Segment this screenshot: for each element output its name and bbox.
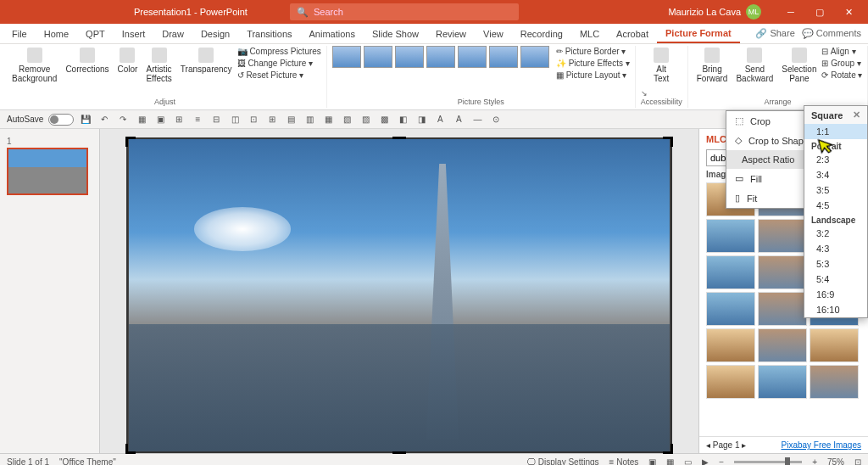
slide-count[interactable]: Slide 1 of 1 xyxy=(7,457,49,465)
aspect-4-5[interactable]: 4:5 xyxy=(804,198,867,213)
result-image[interactable] xyxy=(758,219,807,253)
slide-thumbnail-1[interactable] xyxy=(7,148,88,195)
slide-thumbnails-pane[interactable]: 1 xyxy=(0,129,100,453)
result-image[interactable] xyxy=(706,292,755,326)
qat-icon[interactable]: ◧ xyxy=(396,113,409,126)
align-button[interactable]: ⊟ Align ▾ xyxy=(821,46,862,57)
notes-button[interactable]: ≡ Notes xyxy=(609,457,639,465)
account-button[interactable]: Maurizio La Cava ML xyxy=(668,4,761,20)
send-backward-button[interactable]: Send Backward xyxy=(732,46,776,85)
aspect-16-10[interactable]: 16:10 xyxy=(804,302,867,317)
qat-icon[interactable]: ▦ xyxy=(135,113,148,126)
result-image[interactable] xyxy=(706,365,755,399)
save-icon[interactable]: 💾 xyxy=(79,113,92,126)
picture-styles-gallery[interactable] xyxy=(332,46,549,68)
qat-icon[interactable]: — xyxy=(470,113,484,126)
tab-mlc[interactable]: MLC xyxy=(571,25,608,42)
qat-icon[interactable]: ⊞ xyxy=(265,113,279,126)
picture-layout-button[interactable]: ▦ Picture Layout ▾ xyxy=(556,70,630,81)
result-image[interactable] xyxy=(810,328,859,362)
autosave-toggle[interactable] xyxy=(48,114,74,126)
tab-qpt[interactable]: QPT xyxy=(77,25,114,42)
tab-insert[interactable]: Insert xyxy=(114,25,154,42)
result-image[interactable] xyxy=(810,365,859,399)
color-button[interactable]: Color xyxy=(114,46,142,76)
result-image[interactable] xyxy=(706,219,755,253)
style-thumb[interactable] xyxy=(395,46,424,68)
qat-icon[interactable]: ≡ xyxy=(191,113,204,126)
maximize-button[interactable]: ▢ xyxy=(807,7,832,18)
tab-picture-format[interactable]: Picture Format xyxy=(657,25,740,43)
qat-icon[interactable]: ◫ xyxy=(228,113,242,126)
style-thumb[interactable] xyxy=(332,46,361,68)
minimize-button[interactable]: ─ xyxy=(778,7,804,18)
qat-icon[interactable]: ▨ xyxy=(359,113,372,126)
view-slideshow-icon[interactable]: ▶ xyxy=(702,457,709,465)
undo-icon[interactable]: ↶ xyxy=(97,113,111,126)
style-thumb[interactable] xyxy=(426,46,455,68)
tab-slideshow[interactable]: Slide Show xyxy=(364,25,427,42)
transparency-button[interactable]: Transparency xyxy=(177,46,236,76)
view-sorter-icon[interactable]: ▦ xyxy=(666,457,674,465)
slide-canvas-area[interactable] xyxy=(100,129,698,453)
group-button[interactable]: ⊞ Group ▾ xyxy=(821,58,862,69)
close-icon[interactable]: ✕ xyxy=(853,109,860,120)
artistic-effects-button[interactable]: Artistic Effects xyxy=(142,46,175,85)
redo-icon[interactable]: ↷ xyxy=(116,113,130,126)
aspect-3-5[interactable]: 3:5 xyxy=(804,182,867,198)
credit-link[interactable]: Pixabay Free Images xyxy=(782,440,862,450)
tab-design[interactable]: Design xyxy=(192,25,238,42)
style-thumb[interactable] xyxy=(364,46,392,68)
qat-icon[interactable]: ▣ xyxy=(153,113,167,126)
style-thumb[interactable] xyxy=(520,46,549,68)
qat-icon[interactable]: ⊟ xyxy=(209,113,223,126)
remove-background-button[interactable]: Remove Background xyxy=(8,46,60,85)
display-settings-button[interactable]: 🖵 Display Settings xyxy=(527,457,598,465)
tab-acrobat[interactable]: Acrobat xyxy=(608,25,657,42)
fit-to-window-icon[interactable]: ⊡ xyxy=(854,457,861,465)
alt-text-button[interactable]: Alt Text xyxy=(650,46,672,85)
tab-recording[interactable]: Recording xyxy=(512,25,571,42)
qat-icon[interactable]: ▥ xyxy=(303,113,316,126)
reset-picture-button[interactable]: ↺ Reset Picture ▾ xyxy=(237,70,321,81)
qat-icon[interactable]: ⊞ xyxy=(172,113,186,126)
qat-icon[interactable]: ▤ xyxy=(284,113,298,126)
style-thumb[interactable] xyxy=(458,46,487,68)
aspect-3-2[interactable]: 3:2 xyxy=(804,226,867,241)
pagination[interactable]: ◂ Page 1 ▸ xyxy=(706,440,746,450)
rotate-button[interactable]: ⟳ Rotate ▾ xyxy=(821,70,862,81)
qat-icon[interactable]: ▩ xyxy=(377,113,391,126)
tab-review[interactable]: Review xyxy=(427,25,475,42)
inserted-picture[interactable] xyxy=(128,137,670,453)
view-normal-icon[interactable]: ▣ xyxy=(648,457,656,465)
zoom-in-icon[interactable]: + xyxy=(812,457,817,465)
aspect-1-1[interactable]: 1:1 xyxy=(804,124,867,139)
tab-animations[interactable]: Animations xyxy=(301,25,364,42)
corrections-button[interactable]: Corrections xyxy=(62,46,112,76)
result-image[interactable] xyxy=(758,365,807,399)
tab-file[interactable]: File xyxy=(3,25,36,42)
zoom-slider[interactable] xyxy=(734,461,802,463)
view-reading-icon[interactable]: ▭ xyxy=(684,457,692,465)
style-thumb[interactable] xyxy=(489,46,518,68)
comments-button[interactable]: 💬 Comments xyxy=(802,28,861,39)
result-image[interactable] xyxy=(706,328,755,362)
aspect-5-3[interactable]: 5:3 xyxy=(804,256,867,272)
close-button[interactable]: ✕ xyxy=(836,7,861,18)
selection-pane-button[interactable]: Selection Pane xyxy=(778,46,820,85)
qat-icon[interactable]: ▦ xyxy=(321,113,335,126)
tab-home[interactable]: Home xyxy=(36,25,77,42)
tab-draw[interactable]: Draw xyxy=(153,25,192,42)
aspect-5-4[interactable]: 5:4 xyxy=(804,272,867,287)
slide-canvas[interactable] xyxy=(128,137,670,453)
result-image[interactable] xyxy=(758,292,807,326)
result-image[interactable] xyxy=(706,255,755,289)
qat-icon[interactable]: ▧ xyxy=(340,113,353,126)
share-button[interactable]: 🔗 Share xyxy=(755,28,794,39)
change-picture-button[interactable]: 🖼 Change Picture ▾ xyxy=(237,58,321,69)
zoom-out-icon[interactable]: − xyxy=(719,457,724,465)
qat-icon[interactable]: A xyxy=(452,113,465,126)
compress-pictures-button[interactable]: 📷 Compress Pictures xyxy=(237,46,321,57)
aspect-2-3[interactable]: 2:3 xyxy=(804,152,867,167)
tab-view[interactable]: View xyxy=(475,25,512,42)
